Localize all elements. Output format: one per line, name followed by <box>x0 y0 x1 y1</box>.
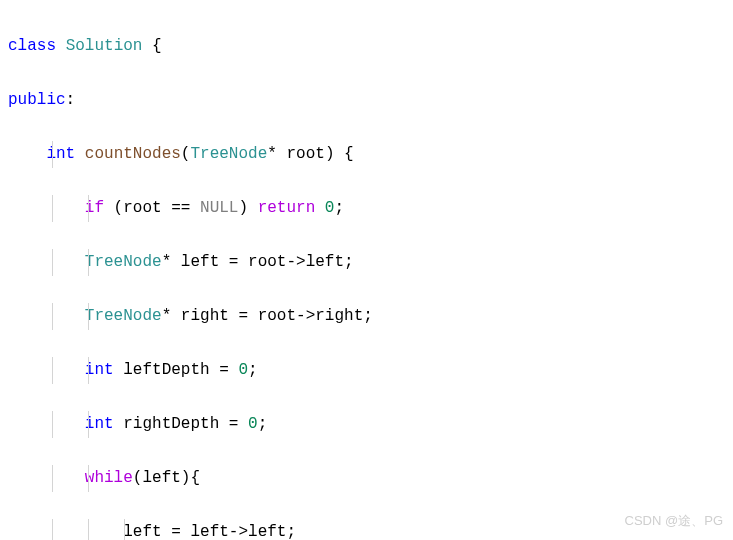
keyword-int: int <box>46 145 75 163</box>
keyword-while: while <box>85 469 133 487</box>
code-line: int rightDepth = 0; <box>8 411 733 438</box>
code-line: public: <box>8 87 733 114</box>
keyword-class: class <box>8 37 56 55</box>
number-literal: 0 <box>248 415 258 433</box>
code-line: class Solution { <box>8 33 733 60</box>
type-name: TreeNode <box>85 307 162 325</box>
type-name: TreeNode <box>85 253 162 271</box>
number-literal: 0 <box>238 361 248 379</box>
null-literal: NULL <box>200 199 238 217</box>
member: right <box>315 307 363 325</box>
member: left <box>306 253 344 271</box>
code-line: int leftDepth = 0; <box>8 357 733 384</box>
keyword-int: int <box>85 361 114 379</box>
code-line: while(left){ <box>8 465 733 492</box>
code-block: class Solution { public: int countNodes(… <box>8 6 733 540</box>
type-name: TreeNode <box>190 145 267 163</box>
watermark: CSDN @途、PG <box>625 507 723 534</box>
code-line: TreeNode* right = root->right; <box>8 303 733 330</box>
code-line: int countNodes(TreeNode* root) { <box>8 141 733 168</box>
keyword-int: int <box>85 415 114 433</box>
class-name: Solution <box>66 37 143 55</box>
function-name: countNodes <box>85 145 181 163</box>
code-line: if (root == NULL) return 0; <box>8 195 733 222</box>
keyword-return: return <box>258 199 316 217</box>
code-line: TreeNode* left = root->left; <box>8 249 733 276</box>
keyword-public: public <box>8 91 66 109</box>
member: left <box>248 523 286 540</box>
